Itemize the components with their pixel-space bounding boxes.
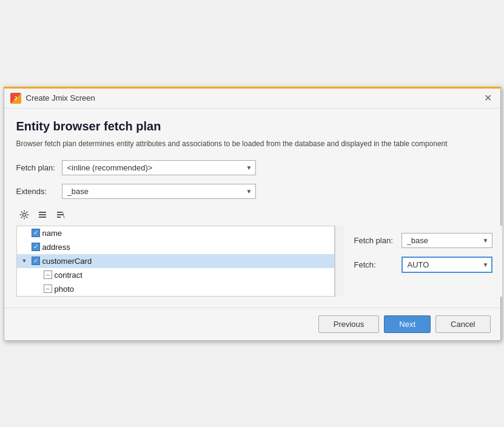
right-fetch-label: Fetch: bbox=[354, 260, 397, 269]
dialog: J Create Jmix Screen ✕ Entity browser fe… bbox=[4, 87, 501, 341]
svg-rect-6 bbox=[57, 217, 61, 218]
tree-item-name[interactable]: name bbox=[17, 226, 334, 240]
settings-icon-button[interactable] bbox=[16, 207, 32, 222]
right-fetch-plan-label: Fetch plan: bbox=[354, 236, 397, 245]
close-button[interactable]: ✕ bbox=[482, 92, 494, 104]
tree-item-address-label: address bbox=[42, 243, 70, 252]
tree-scrollbar[interactable] bbox=[335, 226, 344, 297]
svg-rect-4 bbox=[57, 212, 62, 213]
chevron-customercard: ▼ bbox=[22, 258, 29, 264]
svg-rect-2 bbox=[39, 214, 46, 215]
tree-item-photo[interactable]: photo bbox=[29, 282, 334, 296]
select-all-icon bbox=[38, 210, 47, 220]
svg-point-0 bbox=[22, 213, 25, 216]
deselect-icon bbox=[56, 210, 66, 220]
right-panel: Fetch plan: _base _local _minimal ▼ Fetc… bbox=[344, 226, 502, 297]
checkbox-contract[interactable] bbox=[44, 271, 52, 279]
checkbox-address[interactable] bbox=[32, 243, 40, 251]
cancel-button[interactable]: Cancel bbox=[435, 315, 490, 333]
extends-label: Extends: bbox=[16, 187, 56, 196]
footer: Previous Next Cancel bbox=[4, 308, 500, 340]
tree-item-contract-label: contract bbox=[55, 271, 82, 280]
svg-rect-5 bbox=[57, 214, 63, 215]
svg-rect-3 bbox=[39, 217, 46, 218]
dialog-title: Create Jmix Screen bbox=[26, 93, 95, 103]
content-area: Entity browser fetch plan Browser fetch … bbox=[4, 109, 500, 308]
title-bar: J Create Jmix Screen ✕ bbox=[4, 89, 500, 109]
page-description: Browser fetch plan determines entity att… bbox=[16, 138, 488, 149]
svg-rect-1 bbox=[39, 212, 46, 213]
next-button[interactable]: Next bbox=[384, 315, 431, 333]
tree-item-customercard[interactable]: ▼ customerCard bbox=[17, 254, 334, 268]
tree-panel: name address ▼ customerCard bbox=[16, 226, 335, 297]
right-fetch-plan-row: Fetch plan: _base _local _minimal ▼ bbox=[354, 233, 492, 248]
title-bar-left: J Create Jmix Screen bbox=[10, 93, 95, 104]
toolbar bbox=[16, 207, 488, 222]
tree-item-name-label: name bbox=[42, 229, 62, 238]
tree-item-customercard-label: customerCard bbox=[42, 257, 92, 266]
previous-button[interactable]: Previous bbox=[318, 315, 380, 333]
extends-row: Extends: _base _local _minimal ▼ bbox=[16, 184, 488, 199]
extends-select[interactable]: _base _local _minimal bbox=[62, 184, 256, 199]
main-area: name address ▼ customerCard bbox=[16, 226, 488, 297]
right-fetch-select-wrap: AUTO JOIN BATCH UNDEFINED ▼ bbox=[402, 257, 492, 273]
tree-item-address[interactable]: address bbox=[17, 240, 334, 254]
select-all-icon-button[interactable] bbox=[35, 207, 50, 222]
right-fetch-plan-select-wrap: _base _local _minimal ▼ bbox=[402, 233, 492, 248]
page-title: Entity browser fetch plan bbox=[16, 119, 488, 133]
checkbox-customercard[interactable] bbox=[32, 257, 40, 265]
fetch-plan-label: Fetch plan: bbox=[16, 163, 56, 172]
fetch-plan-select[interactable]: <inline (recommended)> <local> <base> bbox=[62, 160, 256, 175]
gear-icon bbox=[19, 210, 29, 220]
app-icon: J bbox=[10, 93, 21, 104]
checkbox-name[interactable] bbox=[32, 229, 40, 237]
extends-select-wrap: _base _local _minimal ▼ bbox=[62, 184, 256, 199]
checkbox-photo[interactable] bbox=[44, 284, 52, 293]
tree-item-contract[interactable]: contract bbox=[29, 268, 334, 282]
deselect-icon-button[interactable] bbox=[53, 207, 69, 222]
tree-item-photo-label: photo bbox=[55, 284, 75, 294]
fetch-plan-row: Fetch plan: <inline (recommended)> <loca… bbox=[16, 160, 488, 175]
right-fetch-plan-select[interactable]: _base _local _minimal bbox=[402, 233, 492, 248]
fetch-plan-select-wrap: <inline (recommended)> <local> <base> ▼ bbox=[62, 160, 256, 175]
right-fetch-row: Fetch: AUTO JOIN BATCH UNDEFINED ▼ bbox=[354, 257, 492, 273]
right-fetch-select[interactable]: AUTO JOIN BATCH UNDEFINED bbox=[402, 257, 492, 273]
